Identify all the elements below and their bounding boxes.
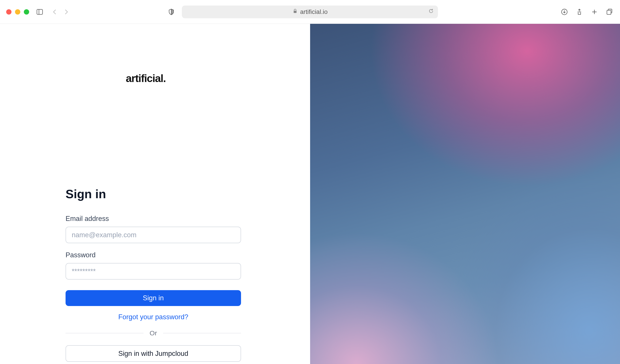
reload-button[interactable] bbox=[428, 8, 434, 15]
page-title: Sign in bbox=[65, 187, 241, 201]
back-button[interactable] bbox=[50, 7, 59, 16]
address-bar[interactable]: artificial.io bbox=[182, 5, 438, 18]
email-label: Email address bbox=[65, 215, 241, 223]
forward-button[interactable] bbox=[62, 7, 71, 16]
privacy-shield-button[interactable] bbox=[167, 7, 176, 16]
svg-rect-0 bbox=[37, 9, 43, 14]
page-content: artificial. Sign in Email address Passwo… bbox=[0, 24, 620, 364]
password-group: Password bbox=[65, 251, 241, 279]
share-button[interactable] bbox=[575, 7, 584, 16]
reload-icon bbox=[428, 8, 434, 14]
close-window-button[interactable] bbox=[6, 9, 12, 15]
divider-line-left bbox=[65, 333, 143, 333]
forgot-password-link[interactable]: Forgot your password? bbox=[65, 313, 241, 321]
email-field[interactable] bbox=[65, 227, 241, 243]
tabs-icon bbox=[606, 8, 613, 16]
shield-icon bbox=[168, 8, 175, 16]
maximize-window-button[interactable] bbox=[24, 9, 29, 15]
download-icon bbox=[561, 8, 568, 16]
plus-icon bbox=[591, 8, 598, 16]
divider-line-right bbox=[163, 333, 241, 333]
divider: Or bbox=[65, 329, 241, 337]
svg-rect-8 bbox=[607, 10, 611, 14]
password-label: Password bbox=[65, 251, 241, 259]
chevron-right-icon bbox=[62, 8, 70, 16]
toolbar-right-icons bbox=[560, 7, 614, 16]
hero-image-panel bbox=[310, 24, 620, 364]
signin-form: Sign in Email address Password Sign in F… bbox=[65, 187, 241, 362]
sso-signin-button[interactable]: Sign in with Jumpcloud bbox=[65, 345, 241, 362]
divider-text: Or bbox=[150, 329, 157, 337]
minimize-window-button[interactable] bbox=[15, 9, 20, 15]
tabs-overview-button[interactable] bbox=[605, 7, 614, 16]
brand-logo: artificial. bbox=[126, 72, 166, 85]
sidebar-icon bbox=[36, 8, 44, 16]
password-field[interactable] bbox=[65, 263, 241, 279]
lock-icon bbox=[292, 8, 298, 15]
share-icon bbox=[576, 8, 583, 16]
navigation-buttons bbox=[50, 7, 71, 16]
chevron-left-icon bbox=[51, 8, 59, 16]
window-controls bbox=[6, 9, 29, 15]
signin-button[interactable]: Sign in bbox=[65, 290, 241, 306]
browser-toolbar: artificial.io bbox=[0, 0, 620, 24]
sidebar-toggle-button[interactable] bbox=[35, 7, 44, 16]
downloads-button[interactable] bbox=[560, 7, 569, 16]
login-panel: artificial. Sign in Email address Passwo… bbox=[0, 24, 310, 364]
svg-rect-2 bbox=[294, 11, 296, 13]
url-text: artificial.io bbox=[300, 8, 327, 15]
email-group: Email address bbox=[65, 215, 241, 243]
new-tab-button[interactable] bbox=[590, 7, 599, 16]
